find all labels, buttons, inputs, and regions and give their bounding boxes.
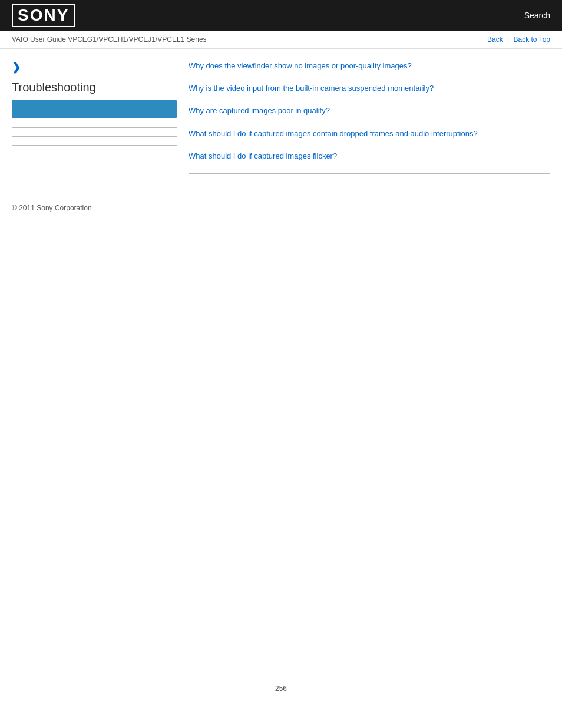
sidebar-active-item[interactable] [12,100,177,118]
list-item: What should I do if captured images flic… [189,151,550,162]
sony-logo: SONY [12,4,75,27]
sidebar: ❯ Troubleshooting [12,61,177,174]
sidebar-arrow-icon: ❯ [12,61,177,74]
content-area: Why does the viewfinder show no images o… [189,61,550,174]
back-link[interactable]: Back [487,35,503,44]
sidebar-divider-2 [12,136,177,137]
sidebar-divider-4 [12,154,177,154]
nav-bar: VAIO User Guide VPCEG1/VPCEH1/VPCEJ1/VPC… [0,31,562,49]
list-item: What should I do if captured images cont… [189,129,550,139]
back-to-top-link[interactable]: Back to Top [514,35,550,44]
separator: | [507,35,509,44]
header: SONY Search [0,0,562,31]
content-divider [189,173,550,174]
sidebar-divider-3 [12,145,177,146]
list-item: Why is the video input from the built-in… [189,83,550,94]
page-number: 256 [263,673,299,704]
footer: © 2011 Sony Corporation [0,192,562,224]
sidebar-divider-1 [12,127,177,128]
link-viewfinder[interactable]: Why does the viewfinder show no images o… [189,61,412,70]
list-item: Why does the viewfinder show no images o… [189,61,550,71]
content-links-list: Why does the viewfinder show no images o… [189,61,550,162]
nav-links: Back | Back to Top [487,35,550,44]
main-content: ❯ Troubleshooting Why does the viewfinde… [0,49,562,186]
list-item: Why are captured images poor in quality? [189,106,550,116]
breadcrumb: VAIO User Guide VPCEG1/VPCEH1/VPCEJ1/VPC… [12,35,207,44]
link-flicker[interactable]: What should I do if captured images flic… [189,151,337,160]
search-button[interactable]: Search [524,11,550,20]
link-video-input[interactable]: Why is the video input from the built-in… [189,84,434,93]
copyright-text: © 2011 Sony Corporation [12,204,92,212]
sidebar-section-title: Troubleshooting [12,81,177,94]
sidebar-divider-5 [12,163,177,163]
link-dropped-frames[interactable]: What should I do if captured images cont… [189,129,478,138]
link-poor-quality[interactable]: Why are captured images poor in quality? [189,106,330,115]
